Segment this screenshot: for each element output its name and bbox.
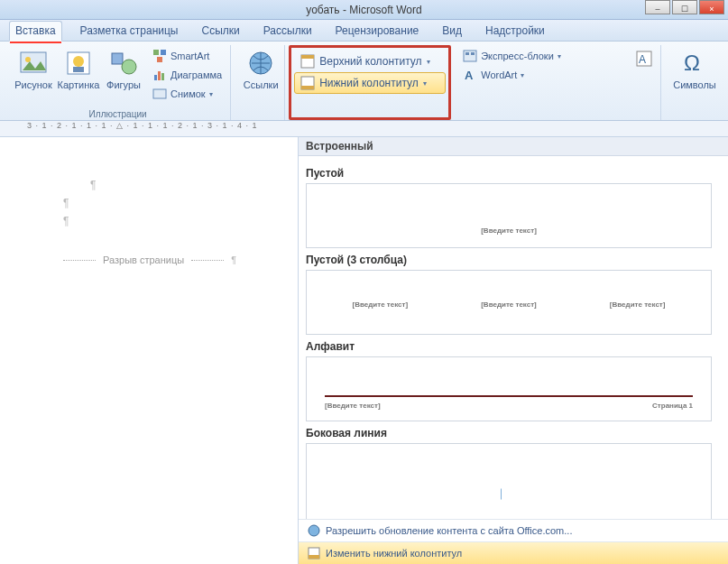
svg-rect-21 bbox=[471, 52, 475, 55]
cursor-icon: ⎸ bbox=[501, 487, 511, 500]
wordart-button[interactable]: AWordArt▾ bbox=[460, 66, 655, 84]
tab-mailings[interactable]: Рассылки bbox=[258, 22, 318, 41]
symbols-button[interactable]: Ω Символы bbox=[670, 47, 719, 92]
gallery-item-label: Пустой (3 столбца) bbox=[306, 254, 712, 266]
quick-parts-icon bbox=[463, 49, 477, 63]
ribbon: Рисунок Картинка Фигуры SmartArt Диаграм… bbox=[0, 42, 728, 121]
svg-rect-7 bbox=[153, 50, 159, 55]
svg-point-3 bbox=[73, 56, 84, 67]
tab-references[interactable]: Ссылки bbox=[196, 22, 244, 41]
gallery-item-empty[interactable]: [Введите текст] bbox=[306, 183, 712, 248]
clipart-icon bbox=[64, 49, 93, 78]
clipart-button[interactable]: Картинка bbox=[56, 47, 101, 92]
svg-rect-8 bbox=[161, 50, 166, 55]
horizontal-ruler[interactable]: 3 · 1 · 2 · 1 · 1 · 1 · △ · 1 · 1 · 1 · … bbox=[0, 121, 728, 137]
chevron-down-icon: ▾ bbox=[427, 58, 430, 66]
gallery-section-header: Встроенный bbox=[299, 137, 728, 156]
chevron-down-icon: ▾ bbox=[423, 79, 427, 88]
svg-text:Ω: Ω bbox=[684, 51, 700, 75]
picture-icon bbox=[19, 49, 48, 78]
chevron-down-icon: ▾ bbox=[209, 90, 213, 98]
dropcap-button[interactable]: A bbox=[633, 49, 655, 69]
tab-addins[interactable]: Надстройки bbox=[480, 22, 550, 41]
quick-parts-button[interactable]: Экспресс-блоки▾ bbox=[460, 47, 655, 65]
svg-rect-5 bbox=[112, 53, 123, 64]
paragraph-mark: ¶ bbox=[63, 215, 271, 227]
document-area[interactable]: ¶ ¶ ¶ Разрыв страницы ¶ bbox=[0, 137, 298, 564]
window-controls: – ☐ × bbox=[645, 0, 724, 14]
gallery-item-side-line[interactable]: ⎸ bbox=[306, 443, 712, 519]
svg-rect-28 bbox=[309, 555, 319, 559]
page-break-indicator: Разрыв страницы ¶ bbox=[63, 254, 271, 265]
group-links: Ссылки bbox=[235, 45, 285, 120]
gallery-item-label: Боковая линия bbox=[306, 427, 712, 439]
picture-button[interactable]: Рисунок bbox=[11, 47, 56, 92]
tab-view[interactable]: Вид bbox=[437, 22, 467, 41]
svg-rect-19 bbox=[464, 51, 476, 61]
tab-page-layout[interactable]: Разметка страницы bbox=[75, 22, 184, 41]
tab-insert[interactable]: Вставка bbox=[9, 21, 62, 42]
gallery-allow-update[interactable]: Разрешить обновление контента с сайта Of… bbox=[299, 519, 728, 541]
ribbon-tabs: Вставка Разметка страницы Ссылки Рассылк… bbox=[0, 20, 728, 42]
paragraph-mark: ¶ bbox=[63, 197, 271, 209]
svg-rect-16 bbox=[301, 55, 314, 59]
globe-icon bbox=[308, 524, 320, 537]
svg-rect-12 bbox=[161, 73, 164, 80]
svg-rect-4 bbox=[73, 67, 84, 72]
group-illustrations: Рисунок Картинка Фигуры SmartArt Диаграм… bbox=[5, 45, 231, 120]
chevron-down-icon: ▾ bbox=[521, 71, 524, 79]
gallery-body[interactable]: Пустой [Введите текст] Пустой (3 столбца… bbox=[299, 156, 728, 519]
smartart-icon bbox=[152, 49, 167, 63]
links-button[interactable]: Ссылки bbox=[240, 47, 281, 92]
footer-icon bbox=[300, 76, 315, 90]
group-text: Экспресс-блоки▾ AWordArt▾ A bbox=[455, 45, 661, 120]
header-icon bbox=[300, 54, 315, 69]
footer-gallery: Встроенный Пустой [Введите текст] Пустой… bbox=[298, 137, 728, 564]
link-icon bbox=[246, 49, 275, 78]
tab-review[interactable]: Рецензирование bbox=[330, 22, 425, 41]
group-header-footer: Верхний колонтитул ▾ Нижний колонтитул ▾ bbox=[289, 45, 451, 120]
gallery-item-label: Пустой bbox=[306, 167, 712, 180]
title-bar: уобать - Microsoft Word – ☐ × bbox=[0, 0, 728, 20]
screenshot-icon bbox=[152, 87, 167, 101]
svg-rect-11 bbox=[158, 71, 161, 80]
gallery-item-alphabet[interactable]: [Введите текст] Страница 1 bbox=[306, 356, 712, 421]
svg-rect-20 bbox=[465, 52, 469, 55]
window-title: уобать - Microsoft Word bbox=[306, 4, 421, 16]
gallery-edit-footer[interactable]: Изменить нижний колонтитул bbox=[299, 541, 728, 564]
minimize-button[interactable]: – bbox=[645, 0, 670, 14]
footer-button[interactable]: Нижний колонтитул ▾ bbox=[294, 72, 446, 94]
group-label-illustrations: Иллюстрации bbox=[5, 109, 230, 119]
shapes-icon bbox=[109, 49, 138, 78]
wordart-icon: A bbox=[463, 68, 477, 82]
shapes-button[interactable]: Фигуры bbox=[101, 47, 146, 92]
svg-rect-10 bbox=[154, 75, 157, 80]
svg-rect-18 bbox=[301, 86, 314, 89]
svg-point-1 bbox=[25, 57, 31, 62]
dropcap-icon: A bbox=[636, 51, 652, 67]
svg-rect-9 bbox=[157, 57, 162, 62]
svg-text:A: A bbox=[639, 53, 646, 66]
svg-point-6 bbox=[122, 60, 136, 74]
header-button[interactable]: Верхний колонтитул ▾ bbox=[294, 51, 446, 72]
paragraph-mark: ¶ bbox=[90, 179, 271, 191]
svg-point-26 bbox=[309, 525, 319, 536]
omega-icon: Ω bbox=[680, 49, 709, 78]
workspace: ¶ ¶ ¶ Разрыв страницы ¶ Встроенный Пусто… bbox=[0, 137, 728, 564]
maximize-button[interactable]: ☐ bbox=[672, 0, 697, 14]
gallery-item-label: Алфавит bbox=[306, 340, 712, 353]
svg-text:A: A bbox=[465, 69, 474, 82]
close-button[interactable]: × bbox=[699, 0, 724, 14]
chevron-down-icon: ▾ bbox=[558, 52, 561, 60]
chart-button[interactable]: Диаграмма bbox=[150, 66, 225, 84]
gallery-item-empty-3col[interactable]: [Введите текст] [Введите текст] [Введите… bbox=[306, 270, 712, 335]
chart-icon bbox=[152, 68, 167, 82]
edit-footer-icon bbox=[308, 547, 320, 559]
svg-rect-13 bbox=[153, 89, 166, 98]
screenshot-button[interactable]: Снимок▾ bbox=[150, 85, 225, 103]
smartart-button[interactable]: SmartArt bbox=[150, 47, 225, 65]
group-symbols: Ω Символы bbox=[665, 45, 723, 120]
